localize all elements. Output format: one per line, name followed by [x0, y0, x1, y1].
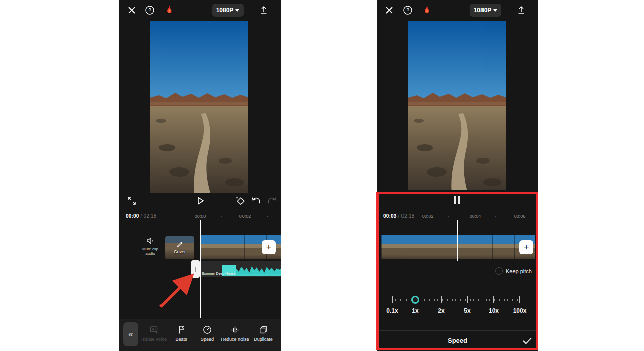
- time-display: 00:00 / 02:18: [126, 213, 157, 219]
- pause-button[interactable]: [451, 196, 464, 206]
- svg-text:?: ?: [406, 8, 409, 13]
- help-icon[interactable]: ?: [403, 5, 413, 15]
- confirm-button[interactable]: [519, 335, 532, 347]
- toolbar-label: Reduce noise: [221, 337, 249, 342]
- speed-gauge-icon: [202, 325, 212, 335]
- resolution-label: 1080P: [216, 7, 234, 14]
- pause-icon: [454, 196, 456, 204]
- ruler-dot: ·: [267, 214, 268, 219]
- audio-toolbar: « Isolate voice Beats Speed: [119, 319, 281, 351]
- cover-button[interactable]: Cover: [165, 236, 194, 259]
- toolbar-item-speed[interactable]: Speed: [198, 324, 217, 342]
- export-icon[interactable]: [516, 5, 526, 15]
- slider-major-tick: [519, 296, 520, 303]
- close-icon[interactable]: [127, 5, 137, 15]
- collapse-toolbar-button[interactable]: «: [123, 322, 138, 346]
- left-topbar: ? 1080P: [119, 0, 281, 20]
- checkmark-icon: [522, 337, 532, 345]
- keep-pitch-radio-icon: [495, 267, 503, 275]
- redo-icon[interactable]: [266, 195, 277, 206]
- toolbar-label: Speed: [201, 337, 214, 342]
- pause-row: [377, 192, 538, 209]
- dropdown-caret-icon: [493, 9, 497, 12]
- speed-slider-knob[interactable]: [411, 296, 419, 304]
- playhead[interactable]: [457, 220, 458, 261]
- flame-icon[interactable]: [164, 5, 174, 15]
- beats-flag-icon: [176, 325, 186, 335]
- mute-clip-audio-label: Mute clip audio: [137, 247, 164, 256]
- left-screenshot: ? 1080P: [119, 0, 281, 351]
- right-screenshot: ? 1080P: [377, 0, 538, 351]
- isolate-voice-icon: [149, 325, 159, 335]
- resolution-button[interactable]: 1080P: [212, 4, 244, 17]
- toolbar-label: Beats: [175, 337, 187, 342]
- current-time: 00:00: [126, 213, 139, 219]
- resolution-label: 1080P: [474, 7, 492, 14]
- dropdown-caret-icon: [235, 9, 239, 12]
- toolbar-item-isolate-voice[interactable]: Isolate voice: [138, 324, 170, 342]
- total-time: / 02:18: [141, 213, 157, 219]
- add-clip-button[interactable]: +: [519, 240, 533, 254]
- speed-label[interactable]: 1x: [412, 307, 418, 314]
- right-topbar: ? 1080P: [377, 0, 538, 20]
- fullscreen-icon[interactable]: [126, 195, 137, 206]
- toolbar-label: Duplicate: [254, 337, 273, 342]
- audio-trim-handle[interactable]: [191, 260, 200, 278]
- ruler-tick: 00:00: [195, 214, 206, 219]
- playhead[interactable]: [200, 220, 201, 318]
- close-icon[interactable]: [384, 5, 394, 15]
- ruler-tick: 00:02: [239, 214, 251, 219]
- duplicate-icon: [258, 325, 268, 335]
- pause-icon: [458, 196, 460, 204]
- speed-label[interactable]: 100x: [513, 307, 527, 314]
- desert-road-image: [408, 21, 506, 190]
- speed-panel-footer: Speed: [377, 330, 538, 351]
- export-icon[interactable]: [259, 5, 269, 15]
- playback-controls: [119, 193, 281, 209]
- keyframe-icon[interactable]: [235, 195, 246, 206]
- video-preview[interactable]: [150, 21, 248, 193]
- speed-slider[interactable]: [392, 296, 522, 305]
- pencil-icon: [176, 241, 183, 248]
- toolbar-item-beats[interactable]: Beats: [172, 324, 190, 342]
- current-time: 00:03: [383, 213, 397, 219]
- total-time: / 02:18: [398, 213, 415, 219]
- speed-labels: 0.1x 1x 2x 5x 10x 100x: [392, 307, 522, 315]
- slider-major-tick: [441, 296, 442, 303]
- speed-label[interactable]: 5x: [464, 307, 470, 314]
- collapse-chevrons-icon: «: [128, 329, 133, 339]
- flame-icon[interactable]: [422, 5, 432, 15]
- toolbar-label: Isolate voice: [141, 337, 167, 342]
- slider-major-tick: [392, 296, 393, 303]
- mute-clip-audio-button[interactable]: Mute clip audio: [134, 235, 167, 257]
- ruler-dot: ·: [495, 214, 497, 219]
- resolution-button[interactable]: 1080P: [470, 4, 501, 17]
- speaker-icon: [146, 237, 155, 245]
- play-icon[interactable]: [195, 195, 206, 206]
- help-icon[interactable]: ?: [145, 5, 155, 15]
- ruler-tick: 00:04: [470, 214, 481, 219]
- speed-label[interactable]: 10x: [489, 307, 499, 314]
- cover-label: Cover: [174, 249, 186, 254]
- keep-pitch-label: Keep pitch: [506, 268, 532, 274]
- toolbar-item-duplicate[interactable]: Duplicate: [251, 324, 276, 342]
- undo-icon[interactable]: [251, 195, 262, 206]
- ruler-tick: 00:02: [422, 214, 434, 219]
- svg-text:?: ?: [148, 8, 151, 13]
- add-clip-button[interactable]: +: [262, 240, 276, 254]
- speed-label[interactable]: 0.1x: [386, 307, 398, 314]
- reduce-noise-icon: [230, 325, 240, 335]
- audio-track-clip[interactable]: Summer Deep House: [200, 261, 281, 277]
- speed-label[interactable]: 2x: [438, 307, 444, 314]
- video-preview[interactable]: [408, 21, 506, 190]
- slider-major-tick: [467, 296, 468, 303]
- time-display: 00:03 / 02:18: [383, 213, 415, 219]
- ruler-dot: ·: [221, 214, 223, 219]
- ruler-tick: 00:06: [514, 214, 526, 219]
- ruler-dot: ·: [448, 214, 450, 219]
- slider-major-tick: [493, 296, 494, 303]
- panel-title: Speed: [377, 337, 538, 344]
- keep-pitch-toggle[interactable]: Keep pitch: [495, 267, 532, 275]
- canvas: ? 1080P: [0, 0, 644, 351]
- toolbar-item-reduce-noise[interactable]: Reduce noise: [218, 324, 252, 342]
